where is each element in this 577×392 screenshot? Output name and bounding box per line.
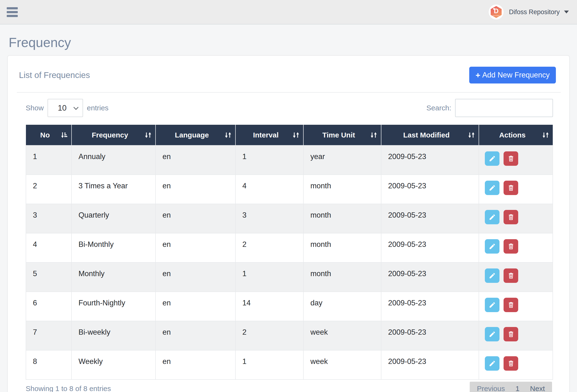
sort-updown-icon xyxy=(370,131,378,139)
page-size-group: Show 10 entries xyxy=(26,99,108,117)
page-size-select[interactable]: 10 xyxy=(47,99,83,117)
main-content: Frequency List of Frequencies + Add New … xyxy=(0,35,577,392)
divider xyxy=(17,92,561,93)
sort-updown-icon xyxy=(542,131,549,139)
cell-actions xyxy=(479,204,553,233)
edit-button[interactable] xyxy=(485,268,500,283)
cell-language: en xyxy=(155,145,235,175)
edit-button[interactable] xyxy=(485,181,500,195)
pencil-icon xyxy=(489,330,496,338)
column-label: Last Modified xyxy=(403,131,450,139)
logo-letter: D xyxy=(494,8,499,14)
edit-button[interactable] xyxy=(485,239,500,254)
sort-updown-icon xyxy=(224,131,232,139)
difoss-logo-icon: D DIFOSS xyxy=(489,4,504,19)
cell-actions xyxy=(479,233,553,262)
delete-button[interactable] xyxy=(504,151,518,166)
cell-language: en xyxy=(155,204,235,233)
trash-icon xyxy=(507,360,515,367)
cell-language: en xyxy=(155,292,235,321)
edit-button[interactable] xyxy=(485,298,500,312)
cell-last-modified: 2009-05-23 xyxy=(381,204,479,233)
sort-updown-icon xyxy=(144,131,152,139)
cell-no: 8 xyxy=(26,350,72,380)
column-header-frequency[interactable]: Frequency xyxy=(72,125,155,145)
frequencies-table: NoFrequencyLanguageIntervalTime UnitLast… xyxy=(26,125,553,380)
column-header-time-unit[interactable]: Time Unit xyxy=(303,125,381,145)
pagination-previous-button[interactable]: Previous xyxy=(477,385,505,392)
column-header-interval[interactable]: Interval xyxy=(235,125,304,145)
column-header-language[interactable]: Language xyxy=(155,125,235,145)
page-size-value: 10 xyxy=(58,103,73,113)
edit-button[interactable] xyxy=(485,151,500,166)
column-label: Time Unit xyxy=(322,131,355,139)
cell-frequency: Quarterly xyxy=(72,204,155,233)
edit-button[interactable] xyxy=(485,327,500,341)
cell-time-unit: month xyxy=(303,262,381,292)
cell-time-unit: day xyxy=(303,292,381,321)
add-new-frequency-button[interactable]: + Add New Frequency xyxy=(469,67,556,83)
delete-button[interactable] xyxy=(504,298,518,312)
table-row: 6Fourth-Nightlyen14day2009-05-23 xyxy=(26,292,553,321)
cell-interval: 4 xyxy=(235,175,304,204)
cell-no: 3 xyxy=(26,204,72,233)
cell-language: en xyxy=(155,350,235,380)
cell-interval: 1 xyxy=(235,145,304,175)
cell-no: 6 xyxy=(26,292,72,321)
add-button-label: Add New Frequency xyxy=(482,71,550,79)
edit-button[interactable] xyxy=(485,210,500,224)
brand-name: Difoss Repository xyxy=(509,8,560,16)
delete-button[interactable] xyxy=(504,181,518,195)
cell-interval: 2 xyxy=(235,321,304,350)
pencil-icon xyxy=(489,155,496,162)
delete-button[interactable] xyxy=(504,268,518,283)
cell-frequency: Weekly xyxy=(72,350,155,380)
cell-actions xyxy=(479,292,553,321)
cell-time-unit: year xyxy=(303,145,381,175)
delete-button[interactable] xyxy=(504,239,518,254)
cell-language: en xyxy=(155,175,235,204)
cell-last-modified: 2009-05-23 xyxy=(381,233,479,262)
show-label: Show xyxy=(26,104,44,112)
pencil-icon xyxy=(489,243,496,250)
cell-last-modified: 2009-05-23 xyxy=(381,145,479,175)
pencil-icon xyxy=(489,301,496,309)
pagination-next-button[interactable]: Next xyxy=(530,385,545,392)
pencil-icon xyxy=(489,272,496,279)
cell-actions xyxy=(479,145,553,175)
cell-time-unit: month xyxy=(303,233,381,262)
topbar: D DIFOSS Difoss Repository xyxy=(0,0,577,25)
delete-button[interactable] xyxy=(504,356,518,371)
cell-language: en xyxy=(155,321,235,350)
cell-last-modified: 2009-05-23 xyxy=(381,321,479,350)
cell-time-unit: week xyxy=(303,321,381,350)
column-header-last-modified[interactable]: Last Modified xyxy=(381,125,479,145)
edit-button[interactable] xyxy=(485,356,500,371)
chevron-down-icon xyxy=(73,105,78,110)
column-header-no[interactable]: No xyxy=(26,125,72,145)
pagination: Previous1Next xyxy=(470,382,552,392)
table-body: 1Annualyen1year2009-05-2323 Times a Year… xyxy=(26,145,553,380)
hamburger-menu-button[interactable] xyxy=(5,6,19,18)
card-title: List of Frequencies xyxy=(19,70,90,80)
account-dropdown[interactable]: D DIFOSS Difoss Repository xyxy=(489,4,569,19)
cell-actions xyxy=(479,262,553,292)
delete-button[interactable] xyxy=(504,327,518,341)
entries-label: entries xyxy=(87,104,108,112)
trash-icon xyxy=(507,301,515,309)
trash-icon xyxy=(507,214,515,221)
cell-time-unit: month xyxy=(303,175,381,204)
search-label: Search: xyxy=(427,104,451,112)
table-controls: Show 10 entries Search: xyxy=(8,99,569,117)
cell-language: en xyxy=(155,233,235,262)
column-label: Actions xyxy=(499,131,526,139)
cell-language: en xyxy=(155,262,235,292)
column-header-actions[interactable]: Actions xyxy=(479,125,553,145)
pagination-page-button[interactable]: 1 xyxy=(516,385,520,392)
cell-frequency: Bi-Monthly xyxy=(72,233,155,262)
app-root: D DIFOSS Difoss Repository Frequency Lis… xyxy=(0,0,577,392)
cell-interval: 14 xyxy=(235,292,304,321)
page-title: Frequency xyxy=(9,35,570,50)
search-input[interactable] xyxy=(455,99,553,117)
delete-button[interactable] xyxy=(504,210,518,224)
